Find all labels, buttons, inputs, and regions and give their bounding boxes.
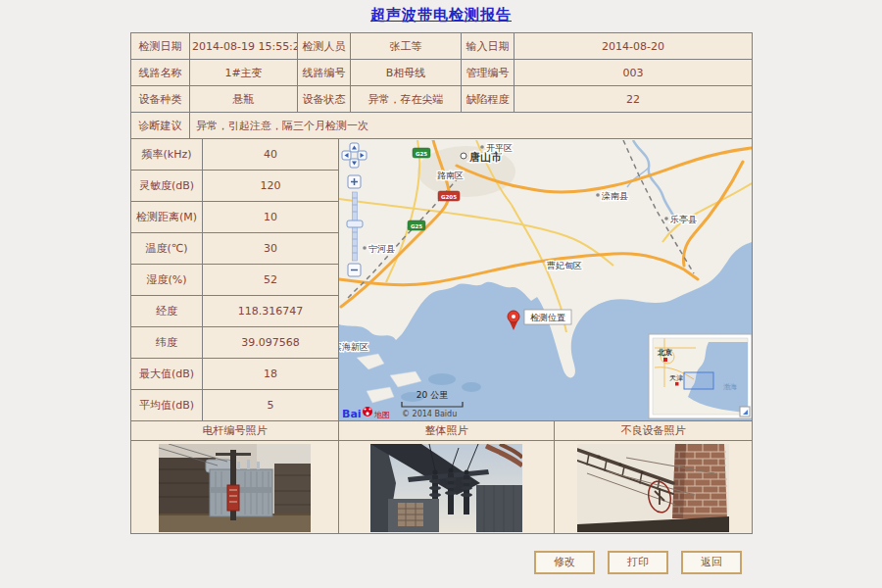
label-caofeidian: 曹妃甸区 xyxy=(546,261,582,270)
inset-label-tianjin: 天津 xyxy=(669,374,683,382)
info-row-2: 线路名称 1#主变 线路编号 B相母线 管理编号 003 xyxy=(131,60,753,86)
map-cell: G25 G205 G25 唐山市 开平区 xyxy=(339,139,753,421)
label-luannan: 滦南县 xyxy=(601,191,628,201)
param-label: 频率(kHz) xyxy=(131,139,203,171)
label-ninghe: 宁河县 xyxy=(368,244,395,254)
baidu-map[interactable]: G25 G205 G25 唐山市 开平区 xyxy=(339,140,752,420)
label-detect-person: 检测人员 xyxy=(298,33,351,60)
label-manage-number: 管理编号 xyxy=(462,60,514,86)
param-label: 湿度(%) xyxy=(131,265,203,296)
value-manage-number: 003 xyxy=(514,60,753,86)
overall-photo xyxy=(370,444,522,532)
road-shield-g205: G205 xyxy=(438,191,460,201)
pole-number-photo xyxy=(159,444,311,532)
inset-label-beijing: 北京 xyxy=(657,348,673,357)
param-label: 纬度 xyxy=(131,327,203,359)
caption-overall-photo: 整体照片 xyxy=(339,421,555,441)
label-lunan: 路南区 xyxy=(437,171,464,180)
road-shield-g25-south: G25 xyxy=(408,220,425,230)
value-detect-person: 张工等 xyxy=(351,33,462,60)
param-value: 118.316747 xyxy=(203,296,339,327)
param-label: 最大值(dB) xyxy=(131,359,203,390)
svg-text:地图: 地图 xyxy=(373,411,390,419)
svg-text:G25: G25 xyxy=(411,222,422,228)
inset-collapse-button[interactable] xyxy=(740,407,750,416)
value-device-type: 悬瓶 xyxy=(190,86,298,113)
param-value: 40 xyxy=(203,139,339,171)
param-value: 52 xyxy=(203,265,339,296)
param-value: 18 xyxy=(203,359,339,390)
inset-overview-map[interactable]: 北京 天津 渤海 xyxy=(649,334,752,418)
value-device-status: 异常，存在尖端 xyxy=(351,86,462,113)
inset-tianjin-marker xyxy=(675,382,679,386)
label-line-number: 线路编号 xyxy=(298,60,351,86)
value-line-number: B相母线 xyxy=(351,60,462,86)
param-value: 39.097568 xyxy=(203,327,339,359)
print-button[interactable]: 打印 xyxy=(608,551,668,574)
value-detect-date: 2014-08-19 15:55:26 xyxy=(190,33,298,60)
svg-text:20 公里: 20 公里 xyxy=(416,390,448,400)
param-row: 频率(kHz) 40 xyxy=(131,139,753,171)
label-input-date: 输入日期 xyxy=(462,33,514,60)
param-label: 平均值(dB) xyxy=(131,390,203,421)
label-diagnosis: 诊断建议 xyxy=(131,113,190,139)
caption-defective-equipment-photo: 不良设备照片 xyxy=(555,421,753,441)
caption-pole-number-photo: 电杆编号照片 xyxy=(131,421,339,441)
value-defect-degree: 22 xyxy=(514,86,753,113)
road-shield-g25-north: G25 xyxy=(413,148,430,158)
param-label: 检测距离(M) xyxy=(131,202,203,233)
inset-label-bohai: 渤海 xyxy=(723,383,737,391)
parameters-table: 频率(kHz) 40 xyxy=(130,138,753,421)
param-value: 5 xyxy=(203,390,339,421)
svg-text:Bai: Bai xyxy=(342,408,362,420)
label-laoting: 乐亭县 xyxy=(669,215,697,224)
param-label: 灵敏度(dB) xyxy=(131,171,203,202)
ultrasonic-detection-report: 超声波带电检测报告 检测日期 2014-08-19 15:55:26 检测人员 … xyxy=(0,0,882,588)
svg-text:G25: G25 xyxy=(416,150,427,156)
value-line-name: 1#主变 xyxy=(190,60,298,86)
city-dot xyxy=(461,153,466,159)
label-device-status: 设备状态 xyxy=(298,86,351,113)
value-diagnosis: 异常，引起注意，隔三个月检测一次 xyxy=(190,113,753,139)
marker-label: 检测位置 xyxy=(530,313,565,322)
param-label: 经度 xyxy=(131,296,203,327)
photo-row xyxy=(131,441,753,534)
value-input-date: 2014-08-20 xyxy=(514,33,753,60)
label-detect-date: 检测日期 xyxy=(131,33,190,60)
label-device-type: 设备种类 xyxy=(131,86,190,113)
param-label: 温度(℃) xyxy=(131,233,203,265)
label-line-name: 线路名称 xyxy=(131,60,190,86)
svg-text:G205: G205 xyxy=(441,193,457,199)
map-copyright: © 2014 Baidu xyxy=(402,410,457,418)
zoom-slider-handle[interactable] xyxy=(347,220,363,227)
photos-table: 电杆编号照片 整体照片 不良设备照片 xyxy=(130,420,753,534)
inset-beijing-marker xyxy=(663,358,667,362)
report-info-table: 检测日期 2014-08-19 15:55:26 检测人员 张工等 输入日期 2… xyxy=(130,32,753,139)
label-binhai: 滨海新区 xyxy=(339,342,368,352)
param-value: 30 xyxy=(203,233,339,265)
param-value: 120 xyxy=(203,171,339,202)
inset-viewport-rect[interactable] xyxy=(684,372,713,389)
diagnosis-row: 诊断建议 异常，引起注意，隔三个月检测一次 xyxy=(131,113,753,139)
param-value: 10 xyxy=(203,202,339,233)
info-row-1: 检测日期 2014-08-19 15:55:26 检测人员 张工等 输入日期 2… xyxy=(131,33,753,60)
label-defect-degree: 缺陷程度 xyxy=(462,86,514,113)
back-button[interactable]: 返回 xyxy=(681,551,742,574)
defective-equipment-photo xyxy=(577,444,729,532)
page-title: 超声波带电检测报告 xyxy=(0,6,882,24)
info-row-3: 设备种类 悬瓶 设备状态 异常，存在尖端 缺陷程度 22 xyxy=(131,86,753,113)
photo-caption-row: 电杆编号照片 整体照片 不良设备照片 xyxy=(131,421,753,441)
label-kaiping: 开平区 xyxy=(486,143,513,153)
modify-button[interactable]: 修改 xyxy=(534,551,595,574)
